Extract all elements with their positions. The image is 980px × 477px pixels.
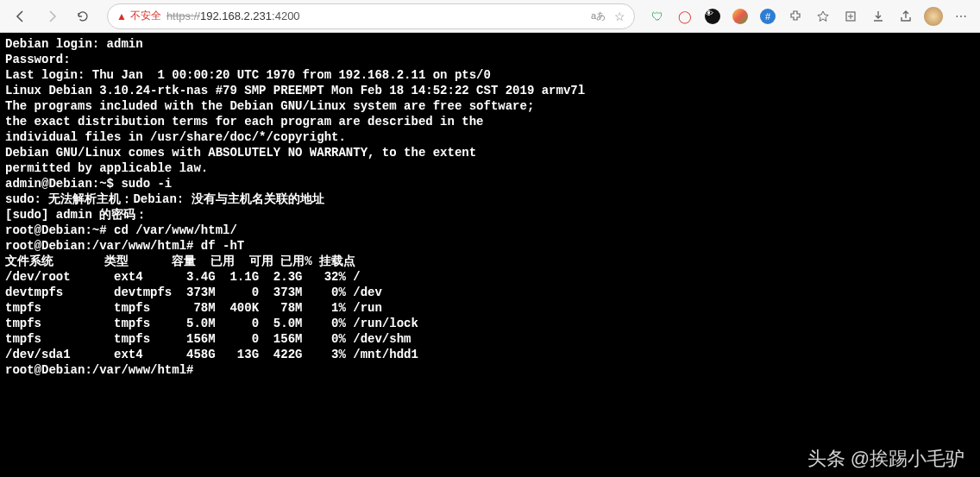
terminal-line: tmpfs tmpfs 78M 400K 78M 1% /run (5, 300, 975, 316)
extensions-menu-icon[interactable] (783, 4, 807, 28)
browser-toolbar: ▲ 不安全 https://192.168.2.231:4200 aあ ☆ 🛡 … (0, 0, 980, 33)
opera-icon[interactable]: ◯ (673, 4, 697, 28)
terminal-line: /dev/sda1 ext4 458G 13G 422G 3% /mnt/hdd… (5, 347, 975, 362)
terminal-line: Debian login: admin (5, 36, 975, 52)
url-host: 192.168.2.231 (200, 9, 272, 22)
terminal-line: tmpfs tmpfs 5.0M 0 5.0M 0% /run/lock (5, 316, 975, 331)
terminal-line: Last login: Thu Jan 1 00:00:20 UTC 1970 … (5, 67, 975, 83)
url-port: :4200 (272, 9, 300, 22)
terminal-line: sudo: 无法解析主机：Debian: 没有与主机名关联的地址 (5, 191, 975, 207)
terminal-line: Password: (5, 52, 975, 67)
terminal-line: root@Debian:/var/www/html# (5, 362, 975, 378)
security-label: 不安全 (130, 9, 161, 23)
security-badge: ▲ 不安全 (116, 9, 161, 23)
terminal-output[interactable]: Debian login: adminPassword:Last login: … (0, 33, 980, 477)
terminal-line: Linux Debian 3.10.24-rtk-nas #79 SMP PRE… (5, 83, 975, 98)
forward-button[interactable] (38, 3, 66, 30)
profile-avatar[interactable] (921, 4, 945, 28)
favorites-icon[interactable] (811, 4, 835, 28)
terminal-line: Debian GNU/Linux comes with ABSOLUTELY N… (5, 145, 975, 160)
terminal-line: the exact distribution terms for each pr… (5, 114, 975, 129)
adblock-icon[interactable]: 🛡 (645, 4, 669, 28)
back-button[interactable] (7, 3, 35, 30)
hash-extension-icon[interactable]: # (756, 4, 780, 28)
terminal-line: /dev/root ext4 3.4G 1.1G 2.3G 32% / (5, 269, 975, 285)
watermark-icon: 头条 (807, 446, 845, 472)
url-prefix: https:// (166, 9, 200, 22)
watermark: 头条 @挨踢小毛驴 (807, 446, 964, 472)
terminal-line: The programs included with the Debian GN… (5, 98, 975, 114)
url-text: https://192.168.2.231:4200 (166, 9, 300, 22)
terminal-line: [sudo] admin 的密码： (5, 207, 975, 223)
watermark-text: @挨踢小毛驴 (851, 446, 964, 472)
terminal-line: root@Debian:~# cd /var/www/html/ (5, 223, 975, 238)
more-menu-icon[interactable]: ⋯ (949, 4, 973, 28)
terminal-line: devtmpfs devtmpfs 373M 0 373M 0% /dev (5, 285, 975, 300)
terminal-line: 文件系统 类型 容量 已用 可用 已用% 挂载点 (5, 254, 975, 269)
translate-badge[interactable]: aあ (587, 9, 609, 23)
address-bar[interactable]: ▲ 不安全 https://192.168.2.231:4200 aあ ☆ (107, 3, 635, 29)
terminal-line: tmpfs tmpfs 156M 0 156M 0% /dev/shm (5, 331, 975, 347)
terminal-line: individual files in /usr/share/doc/*/cop… (5, 129, 975, 145)
terminal-line: permitted by applicable law. (5, 160, 975, 176)
idm-icon[interactable] (728, 4, 752, 28)
warning-icon: ▲ (116, 10, 127, 22)
favorite-button[interactable]: ☆ (614, 9, 625, 23)
extension-bar: 🛡 ◯ 👁 # ⋯ (645, 4, 973, 28)
dark-reader-icon[interactable]: 👁 (700, 4, 725, 28)
downloads-icon[interactable] (866, 4, 890, 28)
share-icon[interactable] (894, 4, 918, 28)
terminal-line: admin@Debian:~$ sudo -i (5, 176, 975, 191)
terminal-line: root@Debian:/var/www/html# df -hT (5, 238, 975, 254)
refresh-button[interactable] (69, 3, 97, 30)
collections-icon[interactable] (839, 4, 863, 28)
